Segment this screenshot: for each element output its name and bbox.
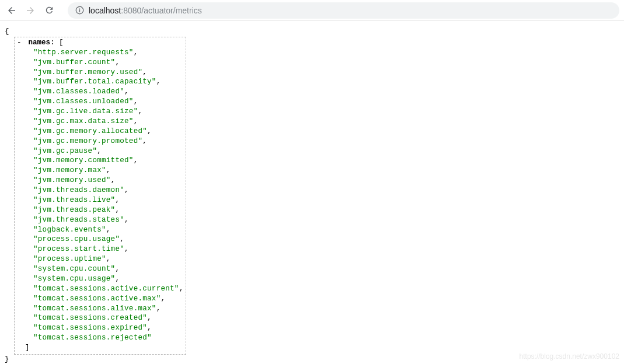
comma: , <box>156 304 161 313</box>
address-bar[interactable]: localhost:8080/actuator/metrics <box>68 2 619 19</box>
collapse-toggle[interactable]: - <box>17 38 24 48</box>
forward-button[interactable] <box>23 4 37 18</box>
comma: , <box>124 216 129 224</box>
reload-icon <box>44 5 54 15</box>
json-string-value: "process.uptime", <box>33 254 183 264</box>
arrow-right-icon <box>25 5 36 16</box>
string-literal: "logback.events" <box>33 226 106 234</box>
json-string-value: "tomcat.sessions.created", <box>33 313 183 323</box>
json-key: names <box>29 38 51 47</box>
string-literal: "jvm.threads.states" <box>33 216 124 224</box>
comma: , <box>97 147 102 155</box>
string-literal: "jvm.gc.pause" <box>33 147 97 155</box>
json-string-value: "jvm.buffer.count", <box>33 58 183 68</box>
comma: , <box>147 127 152 135</box>
string-literal: "jvm.buffer.memory.used" <box>33 68 142 76</box>
json-string-value: "tomcat.sessions.active.current", <box>33 284 183 294</box>
url-path: :8080/actuator/metrics <box>121 6 202 15</box>
url-host: localhost <box>89 6 121 15</box>
string-literal: "jvm.gc.memory.promoted" <box>33 137 142 145</box>
comma: , <box>111 176 116 184</box>
open-bracket: [ <box>59 38 64 47</box>
string-literal: "jvm.buffer.total.capacity" <box>33 78 156 86</box>
json-string-value: "process.cpu.usage", <box>33 235 183 244</box>
string-literal: "process.start.time" <box>33 245 124 253</box>
comma: , <box>124 245 129 253</box>
comma: , <box>115 275 120 283</box>
json-string-value: "jvm.gc.memory.promoted", <box>33 136 183 146</box>
json-string-value: "tomcat.sessions.rejected" <box>33 333 183 343</box>
arrow-left-icon <box>6 5 17 16</box>
json-string-value: "jvm.classes.loaded", <box>33 87 183 97</box>
info-icon[interactable] <box>75 6 84 15</box>
string-literal: "jvm.gc.live.data.size" <box>33 107 138 116</box>
string-literal: "jvm.threads.live" <box>33 196 115 204</box>
open-brace: { <box>5 27 619 37</box>
comma: , <box>124 186 129 194</box>
url-text: localhost:8080/actuator/metrics <box>89 6 202 15</box>
string-literal: "jvm.memory.max" <box>33 166 106 174</box>
comma: , <box>142 68 147 76</box>
json-string-value: "system.cpu.count", <box>33 264 183 274</box>
comma: , <box>142 137 147 145</box>
string-literal: "jvm.memory.committed" <box>33 156 134 164</box>
comma: , <box>106 226 111 234</box>
json-string-value: "jvm.buffer.memory.used", <box>33 68 183 78</box>
json-string-value: "tomcat.sessions.expired", <box>33 323 183 333</box>
watermark: https://blog.csdn.net/zwx900102 <box>520 352 619 360</box>
comma: , <box>156 78 161 86</box>
comma: , <box>115 196 120 204</box>
close-bracket: ] <box>17 343 183 353</box>
json-string-value: "jvm.gc.live.data.size", <box>33 107 183 117</box>
back-button[interactable] <box>5 4 19 18</box>
json-string-value: "tomcat.sessions.alive.max", <box>33 304 183 314</box>
json-string-value: "jvm.threads.daemon", <box>33 186 183 195</box>
comma: , <box>120 235 124 243</box>
string-literal: "process.cpu.usage" <box>33 235 120 243</box>
comma: , <box>147 314 152 322</box>
string-literal: "tomcat.sessions.active.current" <box>33 285 179 293</box>
string-literal: "jvm.classes.loaded" <box>33 88 124 96</box>
string-literal: "jvm.gc.memory.allocated" <box>33 127 147 135</box>
string-literal: "jvm.classes.unloaded" <box>33 97 134 106</box>
reload-button[interactable] <box>42 4 56 18</box>
string-literal: "tomcat.sessions.rejected" <box>33 334 152 342</box>
json-string-value: "logback.events", <box>33 225 183 235</box>
string-literal: "jvm.threads.daemon" <box>33 186 124 194</box>
comma: , <box>115 265 120 273</box>
string-literal: "tomcat.sessions.expired" <box>33 324 147 332</box>
browser-toolbar: localhost:8080/actuator/metrics <box>0 0 624 21</box>
json-string-value: "jvm.gc.max.data.size", <box>33 117 183 127</box>
site-info-icon <box>75 6 84 15</box>
string-literal: "jvm.buffer.count" <box>33 58 115 66</box>
json-string-value: "jvm.memory.max", <box>33 166 183 176</box>
json-string-value: "tomcat.sessions.active.max", <box>33 294 183 304</box>
array-header: - names: [ <box>17 38 183 48</box>
comma: , <box>124 88 129 96</box>
json-viewer: { - names: [ "http.server.requests","jvm… <box>0 21 624 364</box>
json-array-box: - names: [ "http.server.requests","jvm.b… <box>14 37 186 355</box>
colon: : <box>50 38 55 47</box>
string-literal: "system.cpu.count" <box>33 265 115 273</box>
string-literal: "system.cpu.usage" <box>33 275 115 283</box>
json-string-value: "jvm.gc.memory.allocated", <box>33 127 183 136</box>
json-string-value: "jvm.threads.states", <box>33 215 183 225</box>
comma: , <box>115 206 120 214</box>
json-string-value: "process.start.time", <box>33 244 183 254</box>
json-string-value: "http.server.requests", <box>33 48 183 58</box>
string-literal: "tomcat.sessions.created" <box>33 314 147 322</box>
comma: , <box>106 255 111 263</box>
values-block: "http.server.requests","jvm.buffer.count… <box>17 48 183 343</box>
string-literal: "jvm.threads.peak" <box>33 206 115 214</box>
string-literal: "jvm.gc.max.data.size" <box>33 117 134 125</box>
comma: , <box>147 324 152 332</box>
comma: , <box>134 48 138 57</box>
json-string-value: "jvm.threads.live", <box>33 195 183 205</box>
comma: , <box>134 97 138 106</box>
comma: , <box>115 58 120 66</box>
json-string-value: "jvm.memory.used", <box>33 176 183 186</box>
string-literal: "tomcat.sessions.alive.max" <box>33 304 156 313</box>
json-string-value: "system.cpu.usage", <box>33 274 183 284</box>
string-literal: "process.uptime" <box>33 255 106 263</box>
json-string-value: "jvm.classes.unloaded", <box>33 97 183 107</box>
